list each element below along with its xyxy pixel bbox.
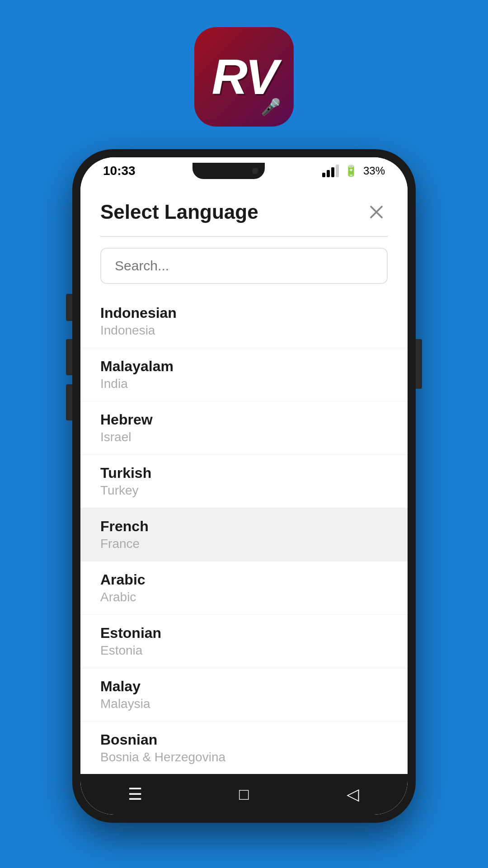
- language-item[interactable]: EstonianEstonia: [80, 615, 408, 668]
- power-button: [416, 339, 422, 389]
- language-country: Malaysia: [100, 697, 388, 711]
- close-button[interactable]: [365, 201, 388, 223]
- signal-bar-3: [331, 167, 334, 177]
- language-item[interactable]: ArabicArabic: [80, 561, 408, 615]
- phone-screen: 10:33 🔋 33% Select Language: [80, 157, 408, 815]
- dialog-title: Select Language: [100, 201, 258, 223]
- language-item[interactable]: FrenchFrance: [80, 508, 408, 561]
- signal-icon: [322, 165, 339, 177]
- language-country: France: [100, 537, 388, 551]
- language-item[interactable]: IndonesianIndonesia: [80, 295, 408, 348]
- back-icon: ◁: [347, 785, 359, 804]
- home-icon: □: [239, 785, 249, 804]
- language-name: Malayalam: [100, 358, 388, 375]
- signal-bar-2: [327, 170, 330, 177]
- phone-frame: 10:33 🔋 33% Select Language: [72, 149, 416, 823]
- search-input[interactable]: [100, 248, 388, 284]
- signal-bar-1: [322, 173, 325, 177]
- back-nav-button[interactable]: ◁: [335, 783, 371, 806]
- language-country: Indonesia: [100, 323, 388, 338]
- language-name: Indonesian: [100, 305, 388, 321]
- dialog-header: Select Language: [80, 184, 408, 236]
- language-country: Arabic: [100, 590, 388, 604]
- language-country: Estonia: [100, 643, 388, 658]
- app-icon: RV 🎤: [194, 27, 294, 127]
- app-icon-text: RV: [212, 52, 277, 102]
- microphone-icon: 🎤: [261, 98, 281, 117]
- language-name: Arabic: [100, 571, 388, 588]
- battery-percent: 33%: [363, 165, 385, 177]
- menu-nav-button[interactable]: ☰: [117, 783, 153, 806]
- app-icon-container: RV 🎤: [194, 27, 294, 127]
- bottom-navigation: ☰ □ ◁: [80, 774, 408, 815]
- signal-bar-4: [336, 165, 339, 177]
- search-container: [80, 237, 408, 295]
- language-name: Bosnian: [100, 731, 388, 748]
- language-country: Israel: [100, 430, 388, 444]
- language-name: Turkish: [100, 465, 388, 481]
- language-item[interactable]: MalayalamIndia: [80, 348, 408, 401]
- language-name: Estonian: [100, 625, 388, 642]
- language-item[interactable]: BosnianBosnia & Herzegovina: [80, 722, 408, 774]
- language-list[interactable]: IndonesianIndonesiaMalayalamIndiaHebrewI…: [80, 295, 408, 774]
- language-item[interactable]: MalayMalaysia: [80, 668, 408, 722]
- language-name: Malay: [100, 678, 388, 695]
- language-name: Hebrew: [100, 411, 388, 428]
- home-nav-button[interactable]: □: [226, 783, 262, 806]
- front-camera: [252, 168, 258, 174]
- close-icon: [368, 204, 385, 220]
- language-name: French: [100, 518, 388, 535]
- language-country: India: [100, 377, 388, 391]
- status-bar: 10:33 🔋 33%: [80, 157, 408, 184]
- language-item[interactable]: TurkishTurkey: [80, 455, 408, 508]
- select-language-dialog: Select Language IndonesianIndonesiaMalay…: [80, 184, 408, 774]
- language-item[interactable]: HebrewIsrael: [80, 401, 408, 455]
- language-country: Turkey: [100, 483, 388, 498]
- status-time: 10:33: [103, 164, 136, 178]
- notch: [192, 163, 265, 179]
- volume-up-button: [66, 339, 72, 375]
- status-right: 🔋 33%: [322, 165, 385, 177]
- volume-down-button: [66, 384, 72, 420]
- battery-icon: 🔋: [344, 165, 358, 177]
- language-country: Bosnia & Herzegovina: [100, 750, 388, 764]
- menu-icon: ☰: [128, 785, 142, 804]
